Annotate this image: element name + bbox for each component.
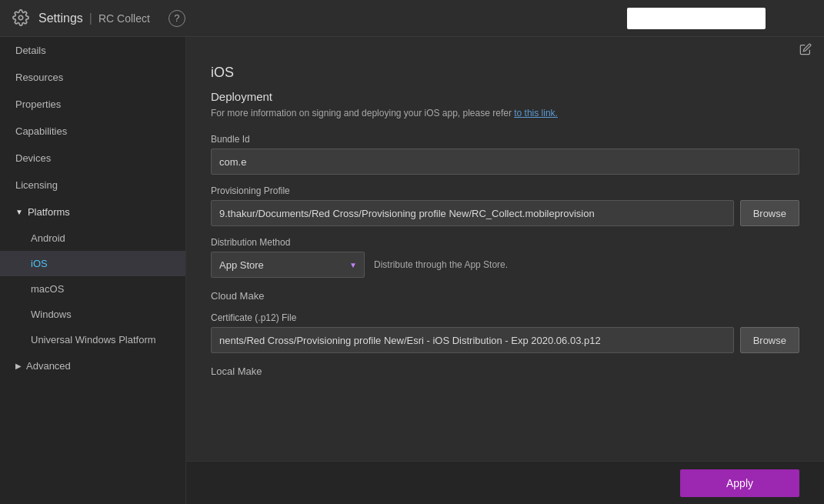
chevron-down-icon: ▼: [15, 208, 23, 216]
certificate-input[interactable]: [211, 327, 734, 353]
cloud-make-label: Cloud Make: [211, 290, 799, 302]
sidebar-item-properties[interactable]: Properties: [0, 91, 185, 118]
apply-button[interactable]: Apply: [680, 469, 799, 497]
content-toolbar: [186, 37, 824, 65]
distribution-method-label: Distribution Method: [211, 237, 799, 248]
sidebar-label-platforms: Platforms: [28, 206, 70, 218]
certificate-browse-button[interactable]: Browse: [740, 327, 799, 353]
sidebar-item-android[interactable]: Android: [0, 225, 185, 251]
distribution-method-select[interactable]: App Store Ad Hoc Enterprise Development: [211, 252, 365, 278]
main-layout: Details Resources Properties Capabilitie…: [0, 37, 824, 504]
sidebar-label-advanced: Advanced: [26, 360, 71, 372]
sidebar-label-uwp: Universal Windows Platform: [31, 334, 156, 345]
distribution-method-select-wrapper: App Store Ad Hoc Enterprise Development: [211, 252, 365, 278]
svg-point-0: [18, 15, 23, 20]
sidebar-label-capabilities: Capabilities: [15, 125, 67, 137]
apply-bar: Apply: [186, 461, 824, 504]
sidebar-item-ios[interactable]: iOS: [0, 251, 185, 276]
top-bar: Settings | RC Collect ?: [0, 0, 824, 37]
sidebar-label-properties: Properties: [15, 98, 61, 110]
content-area: iOS Deployment For more information on s…: [186, 37, 824, 504]
sidebar-section-platforms[interactable]: ▼ Platforms: [0, 199, 185, 225]
sidebar-label-devices: Devices: [15, 152, 51, 164]
deployment-desc-link[interactable]: to this link.: [514, 108, 558, 118]
distribution-method-row: App Store Ad Hoc Enterprise Development …: [211, 252, 799, 278]
sidebar-item-devices[interactable]: Devices: [0, 145, 185, 172]
help-button[interactable]: ?: [168, 10, 185, 27]
sidebar-label-windows: Windows: [31, 309, 72, 320]
sidebar-label-macos: macOS: [31, 283, 64, 295]
bundle-id-input[interactable]: [211, 149, 799, 175]
provisioning-profile-label: Provisioning Profile: [211, 185, 799, 196]
sidebar-label-licensing: Licensing: [15, 179, 58, 191]
deployment-desc-text: For more information on signing and depl…: [211, 108, 514, 118]
deployment-heading: Deployment: [211, 90, 799, 103]
form-content: iOS Deployment For more information on s…: [186, 65, 824, 461]
bundle-id-label: Bundle Id: [211, 134, 799, 145]
sidebar-label-ios: iOS: [31, 258, 48, 269]
chevron-right-icon: ▶: [15, 362, 22, 370]
sidebar-item-licensing[interactable]: Licensing: [0, 172, 185, 199]
sidebar: Details Resources Properties Capabilitie…: [0, 37, 186, 504]
title-separator: |: [89, 12, 92, 25]
search-input[interactable]: [627, 8, 766, 29]
provisioning-profile-input[interactable]: [211, 200, 734, 226]
provisioning-profile-field: Browse: [211, 200, 799, 226]
local-make-label: Local Make: [211, 365, 799, 377]
provisioning-browse-button[interactable]: Browse: [740, 200, 799, 226]
edit-icon[interactable]: [799, 43, 812, 58]
sidebar-label-resources: Resources: [15, 72, 63, 83]
certificate-label: Certificate (.p12) File: [211, 312, 799, 323]
distribution-method-desc: Distribute through the App Store.: [374, 259, 508, 270]
sidebar-label-details: Details: [15, 45, 46, 56]
page-title: iOS: [211, 65, 799, 81]
sidebar-item-uwp[interactable]: Universal Windows Platform: [0, 327, 185, 352]
app-title: Settings: [38, 12, 83, 25]
sidebar-item-windows[interactable]: Windows: [0, 302, 185, 327]
certificate-field: Browse: [211, 327, 799, 353]
gear-icon: [12, 9, 31, 28]
app-subtitle: RC Collect: [98, 12, 150, 25]
sidebar-item-resources[interactable]: Resources: [0, 64, 185, 91]
sidebar-section-advanced[interactable]: ▶ Advanced: [0, 352, 185, 379]
sidebar-item-macos[interactable]: macOS: [0, 276, 185, 302]
sidebar-item-capabilities[interactable]: Capabilities: [0, 118, 185, 145]
sidebar-label-android: Android: [31, 232, 65, 244]
sidebar-item-details[interactable]: Details: [0, 37, 185, 64]
deployment-description: For more information on signing and depl…: [211, 108, 799, 118]
